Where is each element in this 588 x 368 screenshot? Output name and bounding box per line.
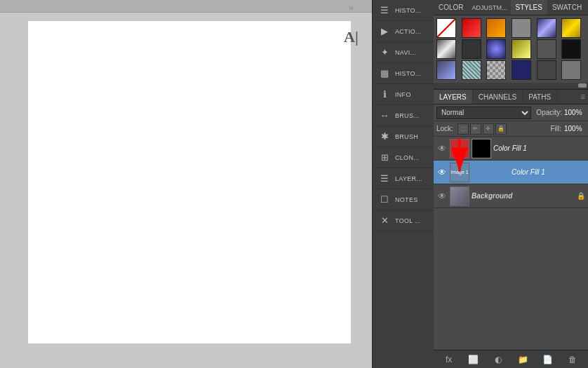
info-icon: ℹ <box>378 88 391 101</box>
layer-delete-button[interactable]: 🗑 <box>566 353 579 366</box>
sidebar-item-tool-presets[interactable]: ✕ TOOL ... <box>373 210 434 231</box>
sidebar-label-navigator: NAVI... <box>395 49 416 56</box>
layer-new-button[interactable]: 📄 <box>542 353 554 366</box>
styles-scrollbar[interactable] <box>578 83 587 88</box>
sidebar-item-brush[interactable]: ✱ BRUSH <box>373 126 434 147</box>
layer-name-background: Background <box>472 192 575 200</box>
sidebar-label-histogram: HISTO... <box>395 70 421 77</box>
sidebar-label-clone: CLON... <box>395 154 420 161</box>
sidebar-label-history: HISTO... <box>395 7 421 14</box>
sidebar-label-actions: ACTIO... <box>395 28 421 35</box>
lock-all-btn[interactable]: 🔒 <box>495 123 507 135</box>
fill-label: Fill: <box>550 125 561 132</box>
tool-presets-icon: ✕ <box>378 214 391 227</box>
tab-styles[interactable]: STYLES <box>511 0 547 15</box>
layers-panel: LAYERS CHANNELS PATHS ≡ Normal Multiply … <box>434 89 588 368</box>
styles-grid <box>434 15 588 83</box>
sidebar-label-brush-presets: BRUS... <box>395 112 420 119</box>
sidebar-label-notes: NOTES <box>395 196 418 203</box>
sidebar-label-brush: BRUSH <box>395 133 418 140</box>
navigator-icon: ✦ <box>378 46 391 59</box>
tab-color[interactable]: COLOR <box>434 0 469 15</box>
layer-visibility-eye-3[interactable]: 👁 <box>436 191 448 202</box>
sidebar-item-actions[interactable]: ▶ ACTIO... <box>373 21 434 42</box>
layers-blend-opacity-row: Normal Multiply Screen Opacity: 100% <box>434 104 588 121</box>
layer-thumb-background <box>450 186 469 206</box>
layers-panel-menu-icon[interactable]: ≡ <box>580 92 585 102</box>
layer-visibility-eye-2[interactable]: 👁 <box>436 167 448 178</box>
sidebar-item-navigator[interactable]: ✦ NAVI... <box>373 42 434 63</box>
sidebar-item-layers-comp[interactable]: ☰ LAYER... <box>373 168 434 189</box>
tab-layers[interactable]: LAYERS <box>434 90 473 104</box>
layers-bottom-bar: fx ⬜ ◐ 📁 📄 🗑 <box>434 350 588 368</box>
layer-fx-button[interactable]: fx <box>443 353 455 366</box>
layers-empty-space <box>434 208 588 350</box>
sidebar-label-tool-presets: TOOL ... <box>395 217 420 224</box>
style-swatch-red[interactable] <box>462 18 481 38</box>
sidebar-item-notes[interactable]: ☐ NOTES <box>373 189 434 210</box>
style-swatch-dark-gray[interactable] <box>537 39 556 59</box>
notes-icon: ☐ <box>378 193 391 206</box>
sidebar-item-brush-presets[interactable]: ↔ BRUS... <box>373 105 434 126</box>
lock-position-btn[interactable]: ✛ <box>483 123 494 135</box>
tab-channels[interactable]: CHANNELS <box>473 90 523 104</box>
layer-row-color-fill-top[interactable]: 👁 Color Fill 1 <box>434 137 588 161</box>
tab-paths[interactable]: PATHS <box>523 90 557 104</box>
layer-adjustment-button[interactable]: ◐ <box>492 353 505 366</box>
styles-panel-tabs: COLOR ADJUSTM... STYLES SWATCH <box>434 0 588 15</box>
canvas-top-bar <box>0 0 372 13</box>
style-swatch-blue-soft[interactable] <box>436 60 456 80</box>
top-handle-left[interactable]: » <box>349 3 354 13</box>
brush-presets-icon: ↔ <box>378 109 391 122</box>
layer-name-color-fill-1-top: Color Fill 1 <box>493 144 585 152</box>
style-swatch-none[interactable] <box>436 18 456 38</box>
blend-mode-select[interactable]: Normal Multiply Screen <box>436 107 531 119</box>
layer-row-background[interactable]: 👁 Background 🔒 <box>434 184 588 208</box>
sidebar-item-clone[interactable]: ⊞ CLON... <box>373 147 434 168</box>
tab-swatch[interactable]: SWATCH <box>547 0 587 15</box>
style-swatch-teal-texture[interactable] <box>462 60 481 80</box>
style-swatch-gold[interactable] <box>561 18 581 38</box>
layer-visibility-eye-1[interactable]: 👁 <box>436 143 448 154</box>
layer-group-button[interactable]: 📁 <box>517 353 530 366</box>
style-swatch-checkerboard[interactable] <box>486 60 506 80</box>
lock-icons-group: ⬚ ✏ ✛ 🔒 <box>457 123 507 135</box>
background-lock-icon: 🔒 <box>577 192 585 200</box>
lock-label: Lock: <box>436 125 453 132</box>
style-swatch-dark2[interactable] <box>537 60 556 80</box>
layer-row-image-1-color-fill[interactable]: 👁 Image 1 Color Fill 1 <box>434 161 588 184</box>
tab-adjustments[interactable]: ADJUSTM... <box>469 0 511 15</box>
canvas-area <box>0 0 372 368</box>
style-swatch-gray[interactable] <box>512 18 531 38</box>
actions-icon: ▶ <box>378 25 391 38</box>
style-swatch-medium-gray[interactable] <box>561 60 581 80</box>
layer-mask-thumb-1 <box>472 139 491 158</box>
panel-text-indicator: A| <box>344 28 359 46</box>
sidebar-label-info: INFO <box>395 91 411 98</box>
style-swatch-dark[interactable] <box>462 39 481 59</box>
fill-value: 100% <box>564 125 585 132</box>
sidebar-item-histogram[interactable]: ▦ HISTO... <box>373 63 434 84</box>
layer-mask-button[interactable]: ⬜ <box>467 353 480 366</box>
history-icon: ☰ <box>378 4 391 17</box>
sidebar-item-history[interactable]: ☰ HISTO... <box>373 0 434 21</box>
style-swatch-black[interactable] <box>561 39 581 59</box>
layer-thumb-color-fill-1-top <box>450 139 469 158</box>
lock-pixels-btn[interactable]: ✏ <box>470 123 481 135</box>
style-swatch-silver[interactable] <box>436 39 456 59</box>
style-swatch-blue-glow[interactable] <box>486 39 506 59</box>
style-swatch-blue-chrome[interactable] <box>537 18 556 38</box>
style-swatch-orange[interactable] <box>486 18 506 38</box>
sidebar-label-layers-comp: LAYER... <box>395 175 422 182</box>
style-swatch-dark-blue[interactable] <box>512 60 531 80</box>
right-panels: COLOR ADJUSTM... STYLES SWATCH <box>434 0 588 368</box>
sidebar-item-info[interactable]: ℹ INFO <box>373 84 434 105</box>
style-swatch-yellow[interactable] <box>512 39 531 59</box>
lock-transparent-btn[interactable]: ⬚ <box>457 123 469 135</box>
layer-label-color-fill: Color Fill 1 <box>472 163 585 182</box>
opacity-value: 100% <box>564 109 585 116</box>
brush-icon: ✱ <box>378 130 391 143</box>
layer-thumb-image-1: Image 1 <box>450 163 469 182</box>
styles-panel: COLOR ADJUSTM... STYLES SWATCH <box>434 0 588 89</box>
layers-lock-fill-row: Lock: ⬚ ✏ ✛ 🔒 Fill: 100% <box>434 121 588 137</box>
